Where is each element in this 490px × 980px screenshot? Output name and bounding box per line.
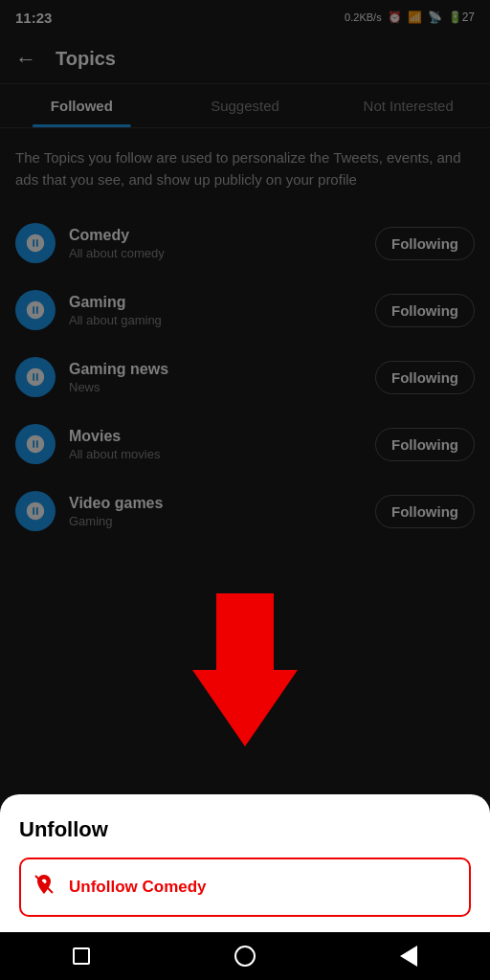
bottom-sheet-title: Unfollow [19, 817, 471, 842]
nav-square-icon[interactable] [73, 947, 90, 965]
nav-bar [0, 932, 490, 980]
unfollow-comedy-label: Unfollow Comedy [69, 878, 207, 897]
bottom-sheet: Unfollow Unfollow Comedy [0, 794, 490, 932]
unfollow-icon-svg [33, 873, 56, 896]
nav-triangle-icon[interactable] [400, 946, 417, 967]
unfollow-comedy-option[interactable]: Unfollow Comedy [19, 858, 471, 917]
nav-circle-icon[interactable] [234, 946, 256, 967]
dim-overlay [0, 0, 490, 932]
unfollow-comedy-icon [33, 873, 56, 902]
